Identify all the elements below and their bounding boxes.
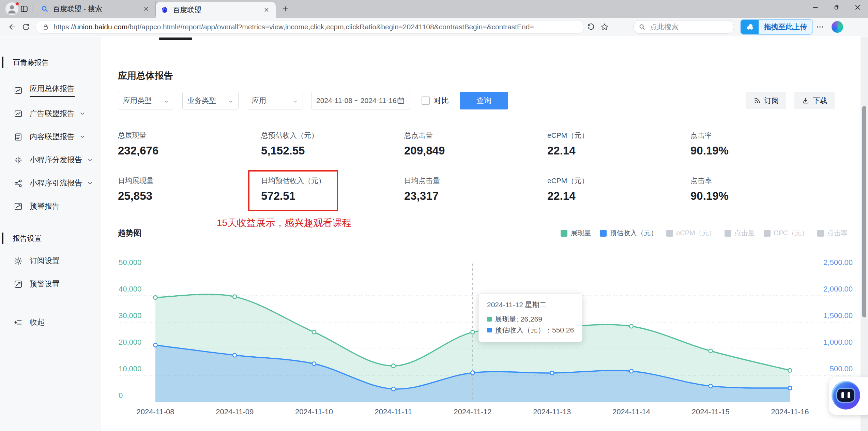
legend-item[interactable]: 点击率	[817, 228, 848, 238]
search-icon	[638, 23, 646, 31]
back-button[interactable]	[5, 20, 19, 34]
compare-checkbox[interactable]: 对比	[422, 95, 449, 106]
legend-item[interactable]: 预估收入（元）	[600, 228, 657, 238]
quick-search-box[interactable]	[633, 20, 734, 34]
sidebar-item-miniapp-distribution-report[interactable]: 小程序分发报告	[0, 148, 101, 172]
calendar-icon	[397, 96, 405, 105]
metric-cell: 总预估收入（元）5,152.55	[261, 131, 404, 157]
metric-cell: eCPM（元）22.14	[547, 177, 690, 202]
legend-swatch	[764, 230, 771, 237]
sidebar-item-label: 小程序分发报告	[30, 155, 82, 165]
scrollbar-thumb[interactable]	[862, 106, 866, 317]
trend-chart[interactable]: 50,00040,00030,00020,00010,00002,500.002…	[118, 250, 854, 418]
subscribe-button[interactable]: 订阅	[746, 92, 786, 109]
chevron-down-icon	[79, 134, 86, 140]
tab-close-icon[interactable]	[262, 5, 271, 14]
sidebar-item-miniapp-traffic-report[interactable]: 小程序引流报告	[0, 172, 101, 195]
select-value: 业务类型	[187, 96, 216, 105]
lock-icon[interactable]	[42, 23, 49, 31]
baidu-paw-favicon	[161, 6, 169, 14]
tooltip-row: 预估收入（元）：550.26	[487, 325, 574, 336]
chart-legend: 展现量预估收入（元）eCPM（元）点击量CPC（元）点击率	[552, 228, 848, 238]
metric-label: eCPM（元）	[547, 177, 690, 185]
netdisk-icon	[741, 19, 759, 35]
date-range-picker[interactable]: 2024-11-08 ~ 2024-11-16	[311, 92, 410, 109]
app-select[interactable]: 应用	[247, 92, 303, 109]
more-options-icon[interactable]	[813, 20, 827, 34]
svg-text:20,000: 20,000	[119, 338, 141, 346]
metric-value: 25,853	[118, 190, 261, 202]
svg-text:2024-11-15: 2024-11-15	[692, 407, 730, 416]
sidebar-item-content-union-report[interactable]: 内容联盟报告	[0, 125, 101, 148]
restore-button[interactable]	[826, 0, 847, 14]
metric-value: 5,152.55	[261, 145, 404, 157]
svg-text:10,000: 10,000	[119, 365, 141, 373]
sidebar-item-label: 小程序引流报告	[30, 178, 82, 188]
metric-value: 22.14	[547, 145, 690, 157]
metric-label: 日均点击量	[404, 177, 547, 185]
tab-title: 百度联盟	[173, 5, 262, 15]
doc-badge-icon	[14, 132, 23, 142]
sidebar-item-alert-settings[interactable]: 预警设置	[0, 272, 101, 296]
checkbox-icon[interactable]	[422, 96, 430, 105]
close-button[interactable]	[847, 0, 868, 14]
metric-cell: 总展现量232,676	[118, 131, 261, 157]
page-tools-icon[interactable]	[584, 20, 598, 34]
biz-type-select[interactable]: 业务类型	[182, 92, 239, 109]
legend-label: CPC（元）	[774, 228, 808, 238]
query-button[interactable]: 查询	[460, 92, 508, 109]
metric-cell: 点击率90.19%	[690, 131, 834, 157]
download-icon	[802, 97, 809, 104]
address-bar[interactable]: https://union.baidu.com/bqt/appco.html#/…	[35, 20, 584, 34]
browser-tab-baidu-union[interactable]: 百度联盟	[156, 2, 276, 18]
gear-icon	[14, 256, 23, 266]
metric-cell: 日均展现量25,853	[118, 177, 261, 202]
legend-item[interactable]: CPC（元）	[764, 228, 808, 238]
report-main: 应用总体报告 应用类型 业务类型 应用 2024-11-08 ~ 2024-11…	[101, 36, 868, 431]
notification-dot	[15, 2, 19, 6]
netdisk-upload-button[interactable]: 拖拽至此上传	[740, 19, 813, 35]
sidebar-item-label: 广告联盟报告	[30, 108, 75, 119]
browser-tab-search[interactable]: 百度联盟 - 搜索	[36, 1, 156, 16]
svg-text:2024-11-08: 2024-11-08	[137, 407, 174, 416]
sidebar-item-app-overall-report[interactable]: 应用总体报告	[0, 79, 101, 102]
page-scrollbar[interactable]	[861, 36, 868, 431]
chart-tooltip: 2024-11-12 星期二 展现量: 26,269预估收入（元）：550.26	[478, 294, 582, 342]
minimize-button[interactable]	[805, 0, 826, 14]
sidebar-collapse-button[interactable]: 收起	[0, 307, 101, 337]
arrow-box-icon	[14, 280, 23, 289]
download-button[interactable]: 下载	[794, 92, 835, 109]
metric-value: 209,849	[404, 145, 547, 157]
sidebar-item-alert-report[interactable]: 预警报告	[0, 195, 101, 218]
sidebar-item-ad-union-report[interactable]: 广告联盟报告	[0, 102, 101, 125]
sidebar-section-header: 百青藤报告	[0, 58, 101, 66]
app-type-select[interactable]: 应用类型	[118, 92, 174, 109]
profile-avatar[interactable]	[5, 2, 18, 15]
favorite-star-icon[interactable]	[598, 20, 611, 34]
chart-title: 趋势图	[118, 228, 141, 238]
search-input[interactable]	[650, 23, 718, 31]
legend-item[interactable]: eCPM（元）	[666, 228, 716, 238]
workspaces-icon[interactable]	[18, 3, 30, 15]
svg-text:2,000.00: 2,000.00	[823, 285, 853, 293]
copilot-icon[interactable]	[832, 21, 843, 33]
collapse-left-icon	[14, 318, 23, 327]
assistant-widget[interactable]	[829, 377, 868, 415]
refresh-button[interactable]	[19, 20, 33, 34]
sidebar-item-subscription-settings[interactable]: 订阅设置	[0, 249, 101, 272]
svg-text:1,000.00: 1,000.00	[823, 338, 853, 346]
tab-close-icon[interactable]	[142, 4, 151, 13]
tooltip-text: 展现量: 26,269	[495, 314, 542, 325]
legend-item[interactable]: 展现量	[561, 228, 591, 238]
svg-text:2024-11-11: 2024-11-11	[375, 407, 412, 416]
tooltip-row: 展现量: 26,269	[487, 314, 574, 325]
metric-label: 总点击量	[404, 131, 547, 139]
legend-label: 点击量	[734, 228, 755, 238]
legend-item[interactable]: 点击量	[725, 228, 755, 238]
new-tab-button[interactable]	[279, 3, 291, 15]
select-value: 应用类型	[123, 96, 152, 105]
svg-text:50,000: 50,000	[119, 258, 141, 267]
metric-cell: 日均点击量23,317	[404, 177, 547, 202]
metric-label: eCPM（元）	[547, 131, 690, 139]
assistant-pause-icon[interactable]	[832, 381, 860, 410]
